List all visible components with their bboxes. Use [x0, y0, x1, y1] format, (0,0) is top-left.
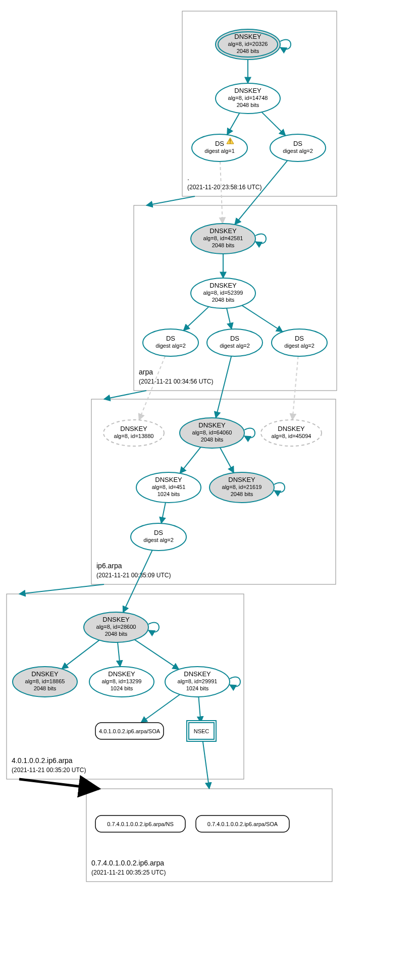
node-ip6-ksk[interactable]: DNSKEYalg=8, id=640602048 bits — [180, 418, 255, 448]
node-z4-nsec[interactable]: NSEC — [187, 721, 216, 741]
self-loop — [274, 482, 285, 492]
zone-connector — [146, 196, 195, 205]
zone-timestamp: (2021-11-21 00:35:09 UTC) — [96, 572, 171, 579]
node-text: alg=8, id=14748 — [228, 95, 268, 101]
node-text: DNSKEY — [31, 670, 59, 678]
node-text: 4.0.1.0.0.2.ip6.arpa/SOA — [99, 728, 161, 734]
zone-connector — [104, 391, 146, 399]
node-text: alg=8, id=52399 — [203, 290, 243, 296]
node-text: 0.7.4.0.1.0.0.2.ip6.arpa/SOA — [207, 821, 278, 827]
node-z07-ns[interactable]: 0.7.4.0.1.0.0.2.ip6.arpa/NS — [95, 815, 185, 832]
self-loop — [230, 677, 240, 686]
zone-timestamp: (2021-11-21 00:35:20 UTC) — [12, 767, 86, 774]
self-loop — [244, 428, 255, 438]
node-ip6-zsk-a[interactable]: DNSKEYalg=8, id=4511024 bits — [136, 472, 201, 503]
node-text: DNSKEY — [108, 670, 135, 678]
node-z4-dk-b[interactable]: DNSKEYalg=8, id=132991024 bits — [89, 667, 154, 697]
edge — [161, 503, 165, 523]
zone-label: 4.0.1.0.0.2.ip6.arpa — [12, 756, 73, 765]
node-text: DS — [293, 140, 302, 147]
edge — [62, 640, 99, 669]
node-text: DNSKEY — [155, 476, 182, 483]
zone-connector — [19, 779, 99, 789]
node-arpa-ds-c[interactable]: DSdigest alg=2 — [272, 329, 327, 356]
self-loop — [255, 234, 266, 243]
edge — [139, 356, 165, 420]
node-text: 1024 bits — [158, 491, 180, 497]
node-z4-dk-a[interactable]: DNSKEYalg=8, id=188652048 bits — [13, 667, 77, 697]
edge — [216, 356, 231, 418]
node-ip6-ds[interactable]: DSdigest alg=2 — [131, 523, 186, 551]
node-text: alg=8, id=13299 — [102, 678, 142, 684]
node-arpa-ds-a[interactable]: DSdigest alg=2 — [143, 329, 198, 356]
node-text: 1024 bits — [186, 685, 209, 691]
node-ip6-dk-c[interactable]: DNSKEYalg=8, id=45094 — [261, 420, 322, 446]
node-arpa-ds-b[interactable]: DSdigest alg=2 — [207, 329, 262, 356]
node-root-zsk[interactable]: DNSKEYalg=8, id=147482048 bits — [216, 83, 280, 114]
zone-label: arpa — [139, 368, 153, 376]
node-text: alg=8, id=64060 — [192, 429, 232, 435]
edge — [261, 112, 285, 136]
node-text: alg=8, id=21619 — [222, 484, 262, 490]
zone-label: 0.7.4.0.1.0.0.2.ip6.arpa — [91, 859, 164, 867]
node-text: digest alg=2 — [284, 343, 314, 349]
svg-rect-4 — [86, 789, 332, 882]
node-ip6-zsk-b[interactable]: DNSKEYalg=8, id=216192048 bits — [209, 472, 285, 503]
node-text: DNSKEY — [234, 87, 261, 94]
edge — [235, 160, 287, 225]
zone-label: . — [187, 174, 189, 182]
edge — [227, 308, 232, 329]
edge — [123, 550, 152, 612]
node-root-ds1[interactable]: DSdigest alg=1! — [192, 134, 247, 161]
dnssec-diagram: .(2021-11-20 23:58:16 UTC)arpa(2021-11-2… — [0, 0, 420, 980]
node-arpa-ksk[interactable]: DNSKEYalg=8, id=425812048 bits — [191, 224, 266, 254]
node-z4-dk-c[interactable]: DNSKEYalg=8, id=299911024 bits — [165, 667, 240, 697]
node-text: 2048 bits — [212, 242, 235, 248]
edge — [227, 113, 240, 135]
node-text: DNSKEY — [184, 670, 211, 678]
node-text: alg=8, id=20326 — [228, 41, 268, 47]
node-text: digest alg=2 — [143, 537, 174, 543]
svg-text:!: ! — [229, 139, 231, 144]
node-z07-soa[interactable]: 0.7.4.0.1.0.0.2.ip6.arpa/SOA — [196, 815, 289, 832]
node-text: DNSKEY — [102, 616, 130, 623]
edge — [180, 447, 200, 473]
node-text: 2048 bits — [231, 491, 253, 497]
edge — [220, 448, 234, 473]
self-loop — [148, 622, 159, 632]
node-root-ksk[interactable]: DNSKEYalg=8, id=203262048 bits — [216, 29, 291, 60]
node-text: DNSKEY — [209, 227, 237, 235]
node-text: alg=8, id=28600 — [96, 624, 136, 630]
node-text: DS — [166, 335, 175, 342]
node-root-ds2[interactable]: DSdigest alg=2 — [270, 134, 326, 161]
node-text: DNSKEY — [209, 282, 237, 289]
edge — [183, 307, 208, 331]
node-text: 2048 bits — [212, 297, 235, 303]
zone-timestamp: (2021-11-20 23:58:16 UTC) — [187, 184, 261, 191]
node-text: digest alg=2 — [283, 148, 313, 154]
node-text: DS — [215, 140, 224, 147]
edge — [141, 694, 180, 723]
node-text: digest alg=1 — [204, 148, 235, 154]
node-text: 1024 bits — [111, 685, 133, 691]
node-text: digest alg=2 — [220, 343, 250, 349]
node-text: 2048 bits — [201, 437, 224, 443]
zone-timestamp: (2021-11-21 00:34:56 UTC) — [139, 378, 213, 385]
node-text: 2048 bits — [237, 102, 259, 108]
node-arpa-zsk[interactable]: DNSKEYalg=8, id=523992048 bits — [191, 278, 255, 308]
node-text: alg=8, id=18865 — [25, 678, 65, 684]
node-text: DNSKEY — [120, 425, 147, 432]
node-ip6-dk-a[interactable]: DNSKEYalg=8, id=13880 — [103, 420, 164, 446]
node-z4-soa[interactable]: 4.0.1.0.0.2.ip6.arpa/SOA — [95, 723, 164, 739]
edge — [292, 356, 298, 420]
node-text: 2048 bits — [237, 48, 259, 54]
zone-timestamp: (2021-11-21 00:35:25 UTC) — [91, 869, 166, 876]
node-text: 2048 bits — [105, 631, 128, 637]
edge — [220, 161, 223, 224]
node-text: alg=8, id=45094 — [272, 433, 311, 439]
zone-label: ip6.arpa — [96, 562, 122, 570]
node-text: DNSKEY — [198, 421, 226, 429]
node-z4-ksk[interactable]: DNSKEYalg=8, id=286002048 bits — [84, 612, 159, 642]
zone-connector — [19, 584, 104, 594]
edge — [118, 642, 120, 667]
